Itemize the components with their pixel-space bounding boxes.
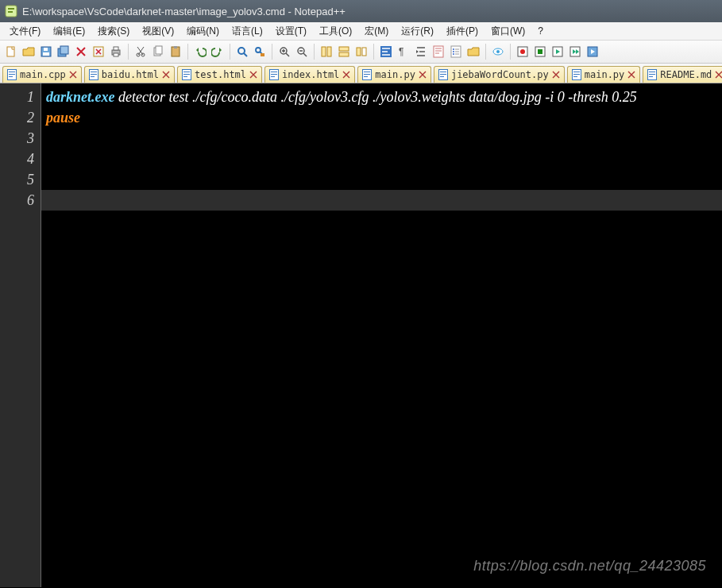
- toolbar-separator: [510, 44, 511, 60]
- menu-run[interactable]: 运行(R): [395, 23, 440, 40]
- clone-icon[interactable]: [353, 44, 369, 60]
- tab-test-html[interactable]: test.html: [177, 66, 262, 83]
- toolbar-separator: [128, 44, 129, 60]
- menu-view[interactable]: 视图(V): [136, 23, 180, 40]
- new-file-icon[interactable]: [3, 44, 19, 60]
- menu-help[interactable]: ?: [531, 24, 550, 38]
- tab-close-icon[interactable]: [552, 71, 560, 79]
- tab-main-cpp[interactable]: main.cpp: [2, 66, 82, 83]
- svg-rect-29: [362, 48, 366, 56]
- doc-map-icon[interactable]: [430, 44, 446, 60]
- menu-encoding[interactable]: 编码(N): [180, 23, 226, 40]
- save-macro-icon[interactable]: [585, 44, 600, 60]
- file-icon: [89, 69, 98, 80]
- svg-rect-64: [364, 74, 370, 75]
- indent-icon[interactable]: [413, 44, 429, 60]
- func-list-icon[interactable]: [448, 44, 464, 60]
- toolbar-separator: [485, 44, 486, 60]
- svg-rect-48: [9, 74, 15, 75]
- tab-baidu-html[interactable]: baidu.html: [84, 66, 175, 83]
- tab-close-icon[interactable]: [627, 71, 635, 79]
- code-area[interactable]: darknet.exe detector test ./cfg/coco.dat…: [41, 83, 722, 587]
- line-number: 3: [0, 128, 34, 149]
- tab-index-html[interactable]: index.html: [264, 66, 355, 83]
- tab-label: main.cpp: [20, 69, 66, 80]
- svg-rect-6: [44, 48, 48, 51]
- tab-label: jiebaWordCount.py: [451, 69, 549, 80]
- svg-rect-55: [183, 72, 190, 72]
- menu-tools[interactable]: 工具(O): [313, 23, 358, 40]
- tab-close-icon[interactable]: [342, 71, 350, 79]
- svg-rect-68: [440, 74, 446, 75]
- menu-settings[interactable]: 设置(T): [269, 23, 313, 40]
- zoom-in-icon[interactable]: [276, 44, 292, 60]
- paste-icon[interactable]: [168, 44, 183, 60]
- save-all-icon[interactable]: [56, 44, 71, 60]
- tab-close-icon[interactable]: [715, 71, 722, 79]
- redo-icon[interactable]: [210, 44, 226, 60]
- close-icon[interactable]: [73, 44, 89, 60]
- menu-edit[interactable]: 编辑(E): [47, 23, 91, 40]
- play-multi-icon[interactable]: [567, 44, 583, 60]
- tab-main-py-1[interactable]: main.py: [357, 66, 431, 83]
- tab-close-icon[interactable]: [249, 71, 257, 79]
- monitor-icon[interactable]: [490, 44, 506, 60]
- tab-jiebawordcount-py[interactable]: jiebaWordCount.py: [434, 66, 565, 83]
- svg-rect-49: [9, 76, 13, 77]
- editor-area[interactable]: 1 2 3 4 5 6 darknet.exe detector test ./…: [0, 83, 722, 587]
- undo-icon[interactable]: [192, 44, 208, 60]
- menu-search[interactable]: 搜索(S): [91, 23, 136, 40]
- file-icon: [572, 69, 581, 80]
- close-all-icon[interactable]: [91, 44, 106, 60]
- open-file-icon[interactable]: [21, 44, 37, 60]
- tab-close-icon[interactable]: [69, 71, 77, 79]
- svg-rect-56: [183, 74, 190, 75]
- menu-language[interactable]: 语言(L): [226, 23, 269, 40]
- svg-rect-21: [261, 53, 264, 56]
- stop-icon[interactable]: [532, 44, 548, 60]
- token-text: detector test ./cfg/coco.data ./cfg/yolo…: [114, 89, 636, 105]
- copy-icon[interactable]: [150, 44, 166, 60]
- menu-window[interactable]: 窗口(W): [485, 23, 531, 40]
- sync-v-icon[interactable]: [319, 44, 334, 60]
- cut-icon[interactable]: [133, 44, 149, 60]
- toolbar-separator: [373, 44, 374, 60]
- record-icon[interactable]: [515, 44, 531, 60]
- toolbar-separator: [272, 44, 272, 60]
- file-icon: [647, 69, 657, 80]
- play-icon[interactable]: [550, 44, 566, 60]
- replace-icon[interactable]: [252, 44, 268, 60]
- print-icon[interactable]: [108, 44, 124, 60]
- line-number: 4: [0, 149, 34, 169]
- line-number: 6: [0, 190, 34, 211]
- menu-macro[interactable]: 宏(M): [358, 23, 395, 40]
- zoom-out-icon[interactable]: [294, 44, 310, 60]
- svg-rect-51: [91, 72, 97, 72]
- tab-main-py-2[interactable]: main.py: [567, 66, 641, 83]
- folder-workspace-icon[interactable]: [465, 44, 481, 60]
- wordwrap-icon[interactable]: [378, 44, 394, 60]
- menu-bar: 文件(F) 编辑(E) 搜索(S) 视图(V) 编码(N) 语言(L) 设置(T…: [0, 22, 722, 41]
- svg-point-34: [453, 48, 454, 50]
- find-icon[interactable]: [234, 44, 250, 60]
- menu-file[interactable]: 文件(F): [3, 23, 47, 40]
- svg-rect-65: [364, 76, 368, 77]
- svg-rect-57: [183, 76, 187, 77]
- menu-plugins[interactable]: 插件(P): [440, 23, 485, 40]
- tab-close-icon[interactable]: [162, 71, 170, 79]
- svg-point-35: [453, 51, 454, 52]
- watermark-text: https://blog.csdn.net/qq_24423085: [473, 555, 706, 576]
- tab-readme-md[interactable]: README.md: [643, 66, 722, 83]
- code-line: [46, 128, 717, 149]
- token-identifier: darknet.exe: [46, 89, 114, 105]
- svg-rect-76: [649, 74, 655, 75]
- file-icon: [269, 69, 279, 80]
- tab-close-icon[interactable]: [419, 71, 427, 79]
- code-line: darknet.exe detector test ./cfg/coco.dat…: [46, 87, 717, 107]
- tab-label: main.py: [375, 69, 415, 80]
- all-chars-icon[interactable]: ¶: [396, 44, 411, 60]
- sync-h-icon[interactable]: [336, 44, 352, 60]
- svg-rect-77: [649, 76, 653, 77]
- save-icon[interactable]: [38, 44, 54, 60]
- svg-rect-60: [271, 74, 277, 75]
